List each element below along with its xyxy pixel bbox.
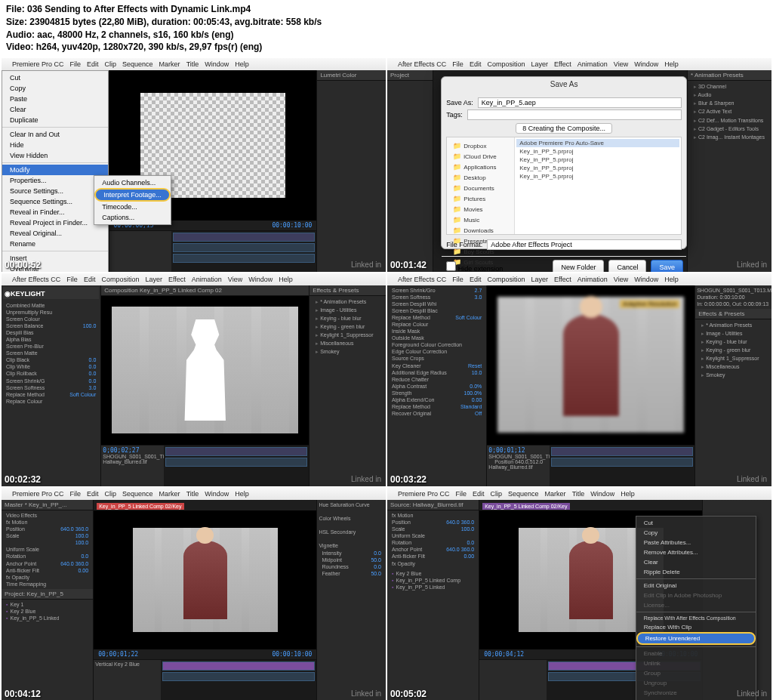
save-button[interactable]: Save bbox=[651, 260, 683, 271]
filename-input[interactable] bbox=[478, 97, 682, 108]
thumbnail-2: After Effects CCFileEditCompositionLayer… bbox=[387, 58, 771, 271]
file-info: File: 036 Sending to After Effects with … bbox=[6, 3, 767, 16]
effect-controls[interactable]: Combined Matte Unpremultiply Resu Screen… bbox=[2, 301, 100, 406]
effect-controls[interactable]: Video Effects fx Motion Position640.0 36… bbox=[2, 510, 93, 589]
keyed-silhouette bbox=[159, 319, 252, 421]
thumbnail-6: Premiere Pro CCFileEditClipSequenceMarke… bbox=[387, 488, 771, 700]
interpret-footage-item[interactable]: Interpret Footage... bbox=[94, 188, 171, 202]
keyed-person bbox=[563, 314, 619, 416]
thumbnail-1: Premiere Pro CCFileEditClipSequenceMarke… bbox=[2, 58, 386, 271]
new-folder-button[interactable]: New Folder bbox=[553, 260, 604, 271]
save-dialog[interactable]: Save As Save As: Tags: 8 Creating the Co… bbox=[441, 76, 687, 249]
modify-submenu[interactable]: Audio Channels... Interpret Footage... T… bbox=[94, 175, 171, 225]
thumbnail-3: After Effects CCFileEditCompositionLayer… bbox=[2, 273, 386, 486]
restore-unrendered-item[interactable]: Restore Unrendered bbox=[636, 632, 756, 645]
thumbnail-4: After Effects CCFileEditCompositionLayer… bbox=[387, 273, 771, 486]
menubar: After Effects CCFileEditCompositionLayer… bbox=[387, 58, 771, 70]
video-info: Video: h264, yuv420p, 1280x720, 390 kb/s… bbox=[6, 41, 767, 54]
clip-context-menu[interactable]: Cut Copy Paste Attributes... Remove Attr… bbox=[636, 516, 756, 700]
size-info: Size: 23904815 bytes (22,80 MiB), durati… bbox=[6, 16, 767, 29]
effect-controls[interactable]: Screen Shrink/Gro2.7 Screen Softness3.0 … bbox=[387, 285, 486, 419]
timestamp: 00:00:52 bbox=[5, 260, 41, 270]
thumbnail-5: Premiere Pro CCFileEditClipSequenceMarke… bbox=[2, 488, 386, 700]
cancel-button[interactable]: Cancel bbox=[608, 260, 646, 271]
file-list[interactable]: Adobe Premiere Pro Auto-Save Key_in_PP_5… bbox=[515, 137, 681, 234]
menubar: Premiere Pro CCFileEditClipSequenceMarke… bbox=[2, 58, 386, 70]
finder-sidebar[interactable]: Dropbox iCloud Drive Applications Deskto… bbox=[447, 137, 515, 234]
keylight-logo: ◉KEYLIGHT bbox=[5, 290, 45, 298]
audio-info: Audio: aac, 48000 Hz, 2 channels, s16, 1… bbox=[6, 29, 767, 42]
linkedin-logo: Linked in bbox=[351, 261, 381, 269]
tags-input[interactable] bbox=[467, 109, 682, 120]
context-menu[interactable]: Cut Copy Paste Clear Duplicate Clear In … bbox=[2, 70, 109, 271]
